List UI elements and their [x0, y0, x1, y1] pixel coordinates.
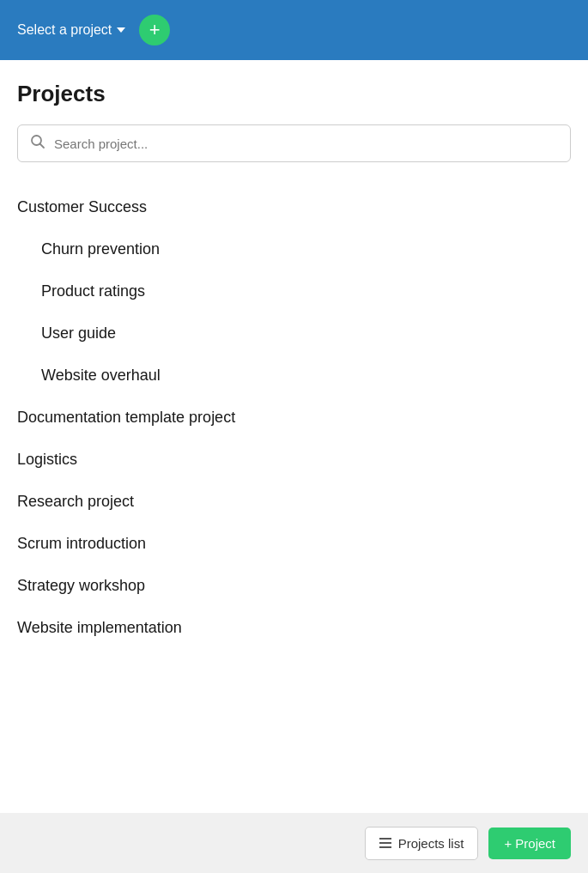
select-project-label: Select a project: [17, 22, 112, 38]
list-item[interactable]: Research project: [17, 481, 571, 523]
main-content: Projects Customer Success Churn preventi…: [0, 60, 588, 813]
list-item[interactable]: Strategy workshop: [17, 565, 571, 607]
select-project-dropdown[interactable]: Select a project: [17, 22, 125, 38]
list-item[interactable]: User guide: [17, 312, 571, 355]
list-item[interactable]: Website implementation: [17, 607, 571, 649]
search-input[interactable]: [54, 136, 558, 151]
list-item[interactable]: Scrum introduction: [17, 523, 571, 565]
project-list: Customer Success Churn prevention Produc…: [17, 186, 571, 649]
list-item[interactable]: Product ratings: [17, 270, 571, 312]
page-title: Projects: [17, 81, 571, 107]
app-header: Select a project +: [0, 0, 588, 60]
list-icon: [379, 838, 391, 848]
chevron-down-icon: [117, 27, 125, 33]
group-header-customer-success[interactable]: Customer Success: [17, 186, 571, 228]
add-project-button[interactable]: + Project: [488, 828, 571, 859]
list-item[interactable]: Churn prevention: [17, 228, 571, 270]
list-item[interactable]: Website overhaul: [17, 355, 571, 397]
footer: Projects list + Project: [0, 813, 588, 873]
list-item[interactable]: Logistics: [17, 439, 571, 481]
svg-line-1: [40, 144, 45, 149]
add-project-label: + Project: [504, 836, 555, 851]
add-project-header-button[interactable]: +: [139, 15, 170, 45]
search-box: [17, 124, 571, 162]
projects-list-button[interactable]: Projects list: [365, 827, 479, 860]
list-item[interactable]: Documentation template project: [17, 397, 571, 439]
projects-list-label: Projects list: [398, 836, 464, 851]
search-icon: [30, 134, 45, 153]
